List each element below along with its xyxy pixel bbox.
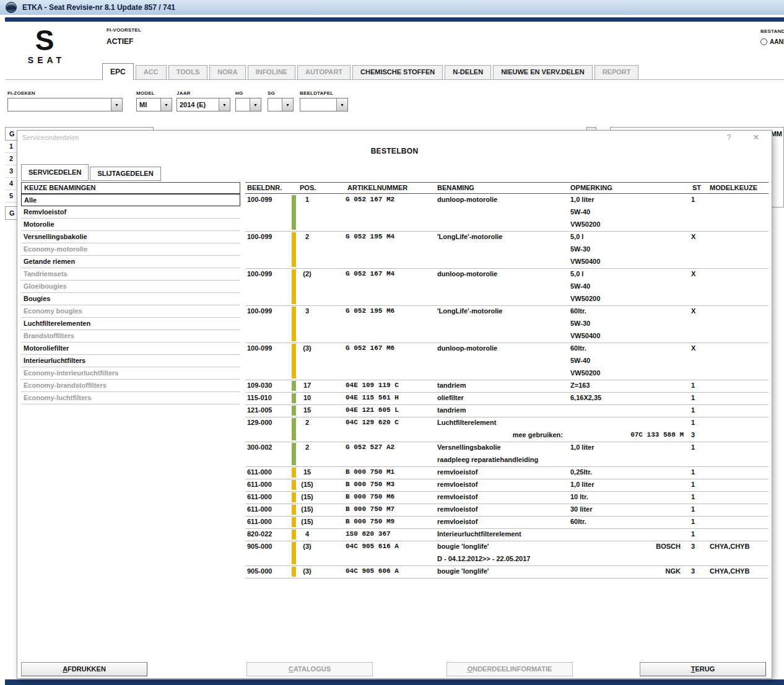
table-row[interactable]: 611-00015B 000 750 M1remvloeistof0,25ltr… <box>245 466 769 479</box>
cell-beeldnr: 121-005 <box>247 406 272 414</box>
category-item-economy-interieurluchtfilters[interactable]: Economy-interieurluchtfilters <box>21 367 240 380</box>
table-row[interactable]: 100-0991G 052 167 M2dunloop-motorolie1,0… <box>245 194 769 206</box>
dropdown-button[interactable]: ▼ <box>219 98 230 111</box>
filter-combo-beeldtafel[interactable]: ▼ <box>300 98 348 111</box>
table-row[interactable]: 820-02241S0 820 367Interieurluchtfiltere… <box>245 528 769 541</box>
filter-combo-hg[interactable]: ▼ <box>235 98 261 111</box>
category-item-luchtfilterelementen[interactable]: Luchtfilterelementen <box>21 318 240 330</box>
category-item-motorolie[interactable]: Motorolie <box>21 219 240 231</box>
table-row[interactable]: 109-0301704E 109 119 CtandriemZ=1631 <box>245 380 769 392</box>
category-item-getande-riemen[interactable]: Getande riemen <box>21 256 240 268</box>
fi-voorstel-block: FI-VOORSTEL ACTIEF <box>107 27 141 46</box>
category-item-motoroliefilter[interactable]: Motoroliefilter <box>21 342 240 355</box>
category-item-brandstoffilters[interactable]: Brandstoffilters <box>21 330 240 342</box>
bestand-option[interactable]: AANMAKEN <box>760 38 784 45</box>
dropdown-button[interactable]: ▼ <box>336 98 347 111</box>
category-item-versnellingsbakolie[interactable]: Versnellingsbakolie <box>21 231 240 243</box>
window-titlebar[interactable]: ETKA - Seat Revisie-nr 8.1 Update 857 / … <box>0 0 784 15</box>
afdrukken-button[interactable]: AFDRUKKEN <box>21 662 147 676</box>
filter-combo-model[interactable]: MI▼ <box>136 98 172 111</box>
table-row[interactable]: 611-000(15)B 000 750 M9remvloeistof60ltr… <box>245 516 769 528</box>
cell-opmerking: 5W-30 <box>570 320 590 327</box>
tab-infoline[interactable]: INFOLINE <box>248 65 295 80</box>
category-item-economy-bougies[interactable]: Economy bougies <box>21 305 240 318</box>
table-row[interactable]: 611-000(15)B 000 750 M6remvloeistof10 lt… <box>245 491 769 504</box>
table-row[interactable]: 129-000204C 129 620 CLuchtfilterelement1 <box>245 417 769 429</box>
table-row[interactable]: 611-000(15)B 000 750 M7remvloeistof30 li… <box>245 504 769 516</box>
category-item-interieurluchtfilters[interactable]: Interieurluchtfilters <box>21 355 240 367</box>
table-row[interactable]: raadpleeg reparatiehandleiding <box>245 454 769 466</box>
filter-combo-jaar[interactable]: 2014 (E)▼ <box>176 98 230 111</box>
filter-combo-sg[interactable]: ▼ <box>268 98 294 111</box>
category-item-tandriemsets[interactable]: Tandriemsets <box>21 268 240 281</box>
table-row[interactable]: 115-0101004E 115 561 Holiefilter6,16X2,3… <box>245 392 769 404</box>
table-row[interactable]: VW50400 <box>245 256 769 268</box>
category-item-gloeibougies[interactable]: Gloeibougies <box>21 281 240 293</box>
table-row[interactable]: 5W-30 <box>245 318 769 330</box>
cell-beeldnr: 100-099 <box>247 196 272 203</box>
tab-nieuwe-en-verv-delen[interactable]: NIEUWE EN VERV.DELEN <box>493 65 592 80</box>
table-row[interactable]: 905-000(3)04C 905 616 Abougie 'longlife'… <box>245 541 769 553</box>
dropdown-button[interactable]: ▼ <box>282 98 293 111</box>
tab-epc[interactable]: EPC <box>102 63 134 80</box>
tab-n-delen[interactable]: N-DELEN <box>445 65 491 80</box>
tab-acc[interactable]: ACC <box>136 65 167 80</box>
category-panel-header: KEUZE BENAMINGEN <box>21 182 240 194</box>
tab-chemische-stoffen[interactable]: CHEMISCHE STOFFEN <box>352 65 443 80</box>
help-button[interactable]: ? <box>725 133 733 142</box>
cell-st: 1 <box>691 481 695 488</box>
table-row[interactable]: 100-0993G 052 195 M6'LongLife'-motorolie… <box>245 305 769 318</box>
catalogus-button[interactable]: CATALOGUS <box>246 662 373 676</box>
table-row[interactable]: 905-000(3)04C 905 606 Abougie 'longlife'… <box>245 565 769 578</box>
category-item-alle[interactable]: Alle <box>21 194 240 206</box>
etka-app-icon <box>6 2 17 13</box>
table-row[interactable]: VW50400 <box>245 330 769 342</box>
category-item-economy-luchtfilters[interactable]: Economy-luchtfilters <box>21 392 240 404</box>
dropdown-button[interactable]: ▼ <box>111 98 122 111</box>
filter-combo-fi-zoeken[interactable]: ▼ <box>7 98 123 111</box>
table-row[interactable]: D - 04.12.2012>> - 22.05.2017 <box>245 553 769 565</box>
category-item-economy-motorolie[interactable]: Economy-motorolie <box>21 243 240 256</box>
category-item-bougies[interactable]: Bougies <box>21 293 240 305</box>
table-row[interactable]: 5W-40 <box>245 355 769 367</box>
tab-report[interactable]: REPORT <box>595 65 639 80</box>
fi-voorstel-label: FI-VOORSTEL <box>107 27 141 33</box>
table-row-group: 129-000204C 129 620 CLuchtfilterelement1… <box>245 417 769 442</box>
tab-autopart[interactable]: AUTOPART <box>297 65 351 80</box>
table-row[interactable]: 611-000(15)B 000 750 M3remvloeistof1,0 l… <box>245 479 769 491</box>
dropdown-button[interactable]: ▼ <box>160 98 172 111</box>
filter-value-hg <box>236 98 250 111</box>
onderdeelinformatie-button[interactable]: ONDERDEELINFORMATIE <box>446 662 573 676</box>
close-icon[interactable]: × <box>751 131 762 144</box>
dialog-tab-servicedelen[interactable]: SERVICEDELEN <box>21 164 89 181</box>
table-row[interactable]: 5W-40 <box>245 206 769 219</box>
table-row[interactable]: 121-0051504E 121 605 Ltandriem1 <box>245 404 769 417</box>
cell-pos: 1 <box>295 196 320 203</box>
table-row[interactable]: 100-099(3)G 052 167 M6dunloop-motorolie6… <box>245 342 769 355</box>
cell-beeldnr: 611-000 <box>247 505 272 513</box>
category-item-remvloeistof[interactable]: Remvloeistof <box>21 206 240 219</box>
table-row[interactable]: VW50200 <box>245 219 769 231</box>
table-row[interactable]: 100-0992G 052 195 M4'LongLife'-motorolie… <box>245 231 769 243</box>
table-row[interactable]: VW50200 <box>245 367 769 380</box>
table-row-group: 611-00015B 000 750 M1remvloeistof0,25ltr… <box>245 466 769 479</box>
cell-artikel: G 052 167 M6 <box>346 344 394 352</box>
cell-beeldnr: 611-000 <box>247 481 272 488</box>
cell-st: 1 <box>691 443 695 451</box>
tab-tools[interactable]: TOOLS <box>168 65 208 80</box>
table-row[interactable]: VW50200 <box>245 293 769 305</box>
tab-nora[interactable]: NORA <box>209 65 245 80</box>
dropdown-button[interactable]: ▼ <box>250 98 261 111</box>
table-row[interactable]: 5W-30 <box>245 243 769 256</box>
terug-button[interactable]: TERUG <box>640 662 766 676</box>
dialog-titlebar[interactable]: Serviceonderdelen ? × <box>17 131 772 144</box>
cell-st: 1 <box>691 196 695 203</box>
category-item-economy-brandstoffilters[interactable]: Economy-brandstoffilters <box>21 380 240 392</box>
table-row[interactable]: 100-099(2)G 052 167 M4dunloop-motorolie5… <box>245 268 769 281</box>
filter-value-jaar: 2014 (E) <box>177 98 219 111</box>
cell-st: 1 <box>691 468 695 476</box>
table-row[interactable]: mee gebruiken:07C 133 588 M3 <box>245 429 769 442</box>
dialog-tab-slijtagedelen[interactable]: SLIJTAGEDELEN <box>90 167 160 181</box>
table-row[interactable]: 5W-40 <box>245 281 769 293</box>
table-row[interactable]: 300-0022G 052 527 A2Versnellingsbakolie1… <box>245 442 769 454</box>
